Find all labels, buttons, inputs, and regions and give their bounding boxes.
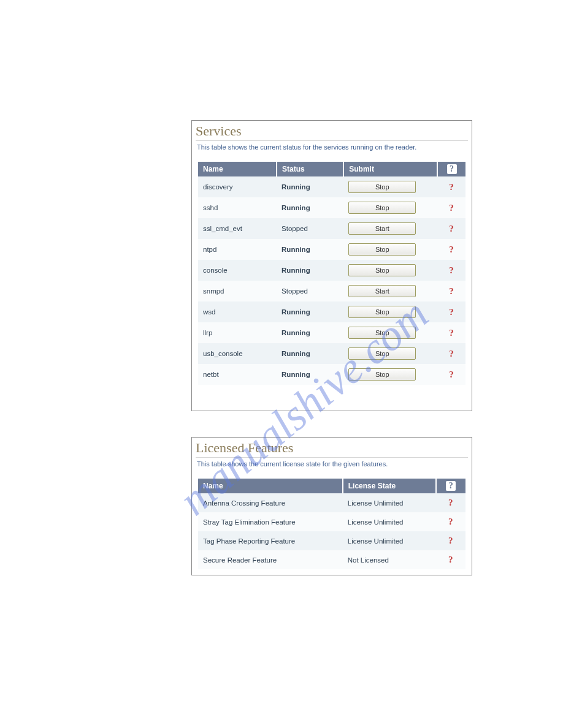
start-button[interactable]: Start: [348, 222, 416, 235]
help-icon[interactable]: ?: [449, 182, 454, 192]
help-cell: ?: [437, 218, 465, 239]
start-button[interactable]: Start: [348, 285, 416, 297]
service-name: wsd: [198, 301, 277, 322]
help-cell: ?: [437, 239, 465, 260]
help-icon[interactable]: ?: [449, 328, 454, 338]
service-name: discovery: [198, 176, 277, 197]
table-row: Stray Tag Elimination FeatureLicense Unl…: [198, 512, 465, 531]
services-header-row: Name Status Submit ?: [198, 162, 465, 176]
help-icon[interactable]: ?: [449, 307, 454, 317]
table-row: sshdRunningStop?: [198, 197, 465, 218]
service-submit-cell: Stop: [343, 364, 437, 385]
service-status: Running: [277, 364, 343, 385]
help-cell: ?: [437, 281, 465, 301]
table-row: netbtRunningStop?: [198, 364, 465, 385]
help-cell: ?: [436, 531, 465, 550]
help-icon[interactable]: ?: [449, 203, 454, 213]
table-row: ssl_cmd_evtStoppedStart?: [198, 218, 465, 239]
table-row: consoleRunningStop?: [198, 260, 465, 281]
help-icon[interactable]: ?: [448, 517, 453, 526]
help-icon[interactable]: ?: [448, 536, 453, 545]
service-submit-cell: Stop: [343, 301, 437, 322]
features-description: This table shows the current license sta…: [197, 460, 467, 468]
help-icon[interactable]: ?: [449, 224, 454, 233]
service-submit-cell: Stop: [343, 239, 437, 260]
stop-button[interactable]: Stop: [348, 347, 416, 360]
license-state: License Unlimited: [343, 512, 436, 531]
help-cell: ?: [437, 343, 465, 364]
service-submit-cell: Start: [343, 218, 437, 239]
services-title: Services: [196, 123, 468, 141]
license-state: License Unlimited: [343, 493, 436, 512]
service-status: Running: [277, 197, 343, 218]
help-cell: ?: [436, 493, 465, 512]
service-name: ntpd: [198, 239, 277, 260]
service-submit-cell: Stop: [343, 176, 437, 197]
service-name: llrp: [198, 322, 277, 343]
stop-button[interactable]: Stop: [348, 306, 416, 318]
stop-button[interactable]: Stop: [348, 264, 416, 276]
table-row: ntpdRunningStop?: [198, 239, 465, 260]
license-state: License Unlimited: [343, 531, 436, 550]
stop-button[interactable]: Stop: [348, 368, 416, 381]
col-status: Status: [277, 162, 343, 176]
service-name: netbt: [198, 364, 277, 385]
service-status: Running: [277, 260, 343, 281]
service-status: Running: [277, 322, 343, 343]
table-row: discoveryRunningStop?: [198, 176, 465, 197]
license-state: Not Licensed: [343, 550, 436, 569]
help-cell: ?: [437, 301, 465, 322]
table-row: Antenna Crossing FeatureLicense Unlimite…: [198, 493, 465, 512]
help-cell: ?: [437, 260, 465, 281]
table-row: Tag Phase Reporting FeatureLicense Unlim…: [198, 531, 465, 550]
service-status: Stopped: [277, 218, 343, 239]
stop-button[interactable]: Stop: [348, 181, 416, 193]
col-help: ?: [436, 479, 465, 493]
services-table: Name Status Submit ? discoveryRunningSto…: [198, 162, 465, 385]
services-description: This table shows the current status for …: [197, 143, 467, 151]
services-panel: Services This table shows the current st…: [191, 120, 472, 411]
help-icon[interactable]: ?: [449, 349, 454, 358]
service-name: ssl_cmd_evt: [198, 218, 277, 239]
help-icon[interactable]: ?: [447, 164, 457, 174]
service-status: Stopped: [277, 281, 343, 301]
stop-button[interactable]: Stop: [348, 327, 416, 339]
service-status: Running: [277, 343, 343, 364]
help-icon[interactable]: ?: [449, 245, 454, 254]
col-submit: Submit: [343, 162, 437, 176]
help-icon[interactable]: ?: [449, 265, 454, 275]
stop-button[interactable]: Stop: [348, 243, 416, 256]
feature-name: Antenna Crossing Feature: [198, 493, 343, 512]
help-cell: ?: [437, 322, 465, 343]
service-status: Running: [277, 301, 343, 322]
help-icon[interactable]: ?: [448, 498, 453, 507]
feature-name: Tag Phase Reporting Feature: [198, 531, 343, 550]
help-icon[interactable]: ?: [448, 555, 453, 564]
help-cell: ?: [436, 512, 465, 531]
help-icon[interactable]: ?: [449, 370, 454, 379]
col-license-state: License State: [343, 479, 436, 493]
service-status: Running: [277, 176, 343, 197]
help-cell: ?: [437, 176, 465, 197]
table-row: usb_consoleRunningStop?: [198, 343, 465, 364]
stop-button[interactable]: Stop: [348, 202, 416, 214]
service-name: sshd: [198, 197, 277, 218]
table-row: llrpRunningStop?: [198, 322, 465, 343]
col-help: ?: [437, 162, 465, 176]
features-title: Licensed Features: [196, 440, 468, 458]
service-submit-cell: Start: [343, 281, 437, 301]
table-row: Secure Reader FeatureNot Licensed?: [198, 550, 465, 569]
help-icon[interactable]: ?: [449, 286, 454, 296]
service-submit-cell: Stop: [343, 322, 437, 343]
features-header-row: Name License State ?: [198, 479, 465, 493]
table-row: snmpdStoppedStart?: [198, 281, 465, 301]
service-submit-cell: Stop: [343, 260, 437, 281]
col-name: Name: [198, 162, 277, 176]
table-row: wsdRunningStop?: [198, 301, 465, 322]
features-table: Name License State ? Antenna Crossing Fe…: [198, 479, 465, 569]
licensed-features-panel: Licensed Features This table shows the c…: [191, 437, 472, 575]
service-submit-cell: Stop: [343, 343, 437, 364]
feature-name: Stray Tag Elimination Feature: [198, 512, 343, 531]
service-name: console: [198, 260, 277, 281]
help-icon[interactable]: ?: [446, 481, 456, 491]
